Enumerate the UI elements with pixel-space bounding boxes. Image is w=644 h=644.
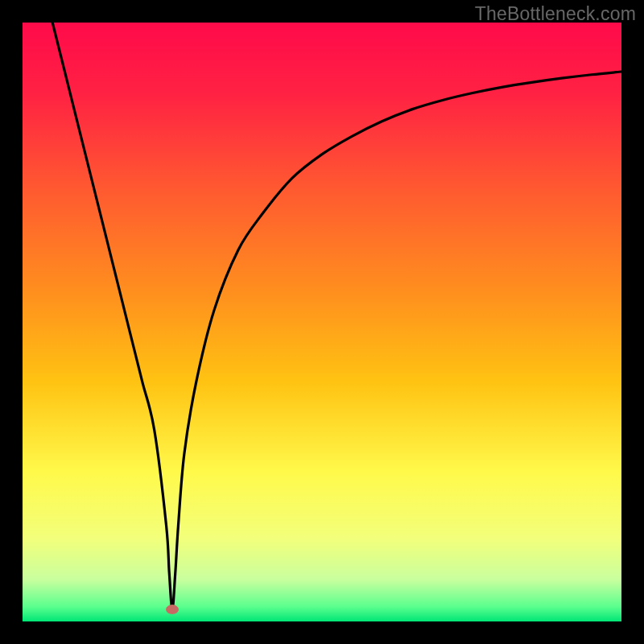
minimum-marker bbox=[166, 605, 179, 614]
attribution-text: TheBottleneck.com bbox=[475, 3, 636, 25]
chart-svg bbox=[23, 23, 621, 621]
chart-background bbox=[23, 23, 621, 621]
plot-frame bbox=[23, 23, 621, 621]
